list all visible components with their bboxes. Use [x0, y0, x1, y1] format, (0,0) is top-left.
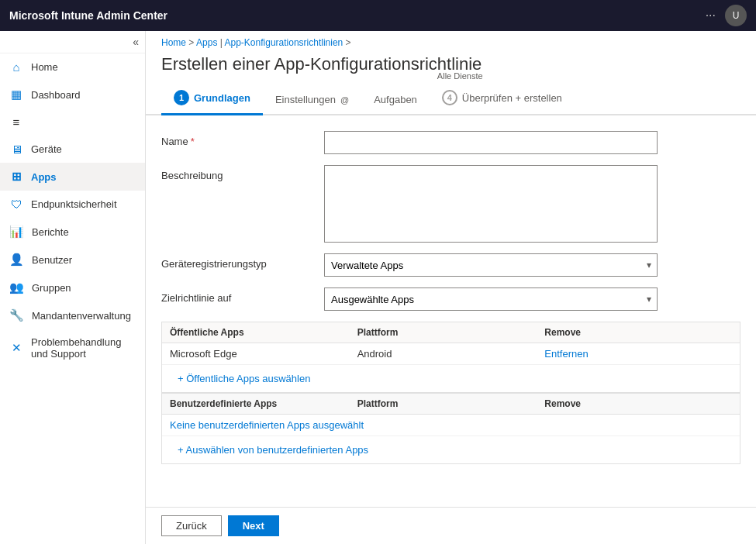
more-icon[interactable]: ···: [706, 9, 716, 22]
description-label: Beschreibung: [161, 165, 316, 181]
tab-aufgaben[interactable]: Aufgaben: [361, 88, 430, 115]
target-select[interactable]: Ausgewählte Apps: [324, 287, 658, 311]
collapse-button[interactable]: «: [133, 36, 139, 48]
public-apps-table: Öffentliche Apps Plattform Remove Micros…: [161, 322, 740, 464]
back-button[interactable]: Zurück: [161, 515, 222, 536]
public-apps-header: Öffentliche Apps Plattform Remove: [162, 322, 740, 343]
form-area: Name* Beschreibung Geräteregistrierungst…: [146, 131, 756, 322]
custom-apps-col3: Remove: [544, 398, 732, 409]
list-icon: ≡: [9, 115, 23, 129]
sidebar-item-apps[interactable]: ⊞ Apps: [0, 163, 145, 191]
sidebar-item-dashboard[interactable]: ▦ Dashboard: [0, 81, 145, 108]
device-reg-select[interactable]: Verwaltete Apps: [324, 253, 658, 277]
description-input[interactable]: [324, 165, 658, 243]
tab-ueberprufen[interactable]: Alle Dienste 4 Überprüfen + erstellen: [430, 84, 575, 115]
sidebar-label-reports: Berichte: [32, 226, 69, 238]
sidebar-label-troubleshoot: Problembehandlung und Support: [31, 336, 136, 360]
app-platform: Android: [357, 348, 545, 360]
remove-link[interactable]: Entfernen: [544, 348, 732, 360]
sidebar-item-tenant[interactable]: 🔧 Mandantenverwaltung: [0, 301, 145, 329]
tab-einstellungen[interactable]: Einstellungen @: [263, 88, 361, 115]
breadcrumb-sep1: >: [186, 37, 194, 48]
avatar[interactable]: U: [725, 5, 747, 26]
sidebar-label-tenant: Mandantenverwaltung: [32, 310, 131, 322]
sidebar-item-troubleshoot[interactable]: ✕ Problembehandlung und Support: [0, 329, 145, 367]
apps-icon: ⊞: [9, 170, 23, 184]
sidebar-item-devices[interactable]: 🖥 Geräte: [0, 136, 145, 163]
tenant-icon: 🔧: [9, 308, 24, 322]
bottom-bar: Zurück Next: [146, 507, 756, 544]
tab-grundlagen[interactable]: 1 Grundlagen: [161, 84, 263, 115]
device-reg-row: Geräteregistrierungstyp Verwaltete Apps …: [161, 253, 740, 277]
public-apps-col2: Plattform: [357, 327, 545, 338]
add-public-apps-link[interactable]: + Öffentliche Apps auswählen: [170, 368, 318, 389]
name-input[interactable]: [324, 131, 658, 154]
breadcrumb-apps[interactable]: Apps: [196, 37, 217, 48]
public-apps-col1: Öffentliche Apps: [170, 327, 357, 338]
custom-apps-col1: Benutzerdefinierte Apps: [170, 398, 357, 409]
custom-apps-col2: Plattform: [357, 398, 545, 409]
name-label: Name*: [161, 131, 316, 147]
name-row: Name*: [161, 131, 740, 154]
sidebar-item-home[interactable]: ⌂ Home: [0, 53, 145, 81]
tab2-label: Einstellungen: [275, 94, 336, 105]
sidebar-separator: ≡: [0, 108, 145, 136]
sidebar-label-endpoint: Endpunktsicherheit: [31, 198, 117, 210]
no-custom-apps-text: Keine benutzerdefinierten Apps ausgewähl…: [162, 415, 740, 436]
app-title: Microsoft Intune Admin Center: [9, 9, 167, 22]
sidebar-item-users[interactable]: 👤 Benutzer: [0, 246, 145, 274]
content-area: Home > Apps | App-Konfigurationsrichtlin…: [146, 31, 756, 544]
device-reg-select-wrapper: Verwaltete Apps ▾: [324, 253, 658, 277]
app-name: Microsoft Edge: [170, 348, 357, 360]
sidebar-label-dashboard: Dashboard: [31, 89, 81, 101]
sidebar: « ⌂ Home ▦ Dashboard ≡ 🖥 Geräte ⊞ Apps 🛡…: [0, 31, 146, 544]
wizard-tabs: 1 Grundlagen Einstellungen @ Aufgaben Al…: [146, 84, 756, 115]
tab4-label: Überprüfen + erstellen: [462, 92, 562, 104]
groups-icon: 👥: [9, 281, 24, 294]
main-layout: « ⌂ Home ▦ Dashboard ≡ 🖥 Geräte ⊞ Apps 🛡…: [0, 31, 756, 544]
breadcrumb-home[interactable]: Home: [161, 37, 186, 48]
description-row: Beschreibung: [161, 165, 740, 243]
reports-icon: 📊: [9, 225, 24, 239]
troubleshoot-icon: ✕: [9, 341, 23, 355]
sidebar-item-reports[interactable]: 📊 Berichte: [0, 218, 145, 246]
public-apps-col3: Remove: [544, 327, 732, 338]
sidebar-label-home: Home: [31, 61, 58, 73]
users-icon: 👤: [9, 253, 24, 267]
breadcrumb: Home > Apps | App-Konfigurationsrichtlin…: [146, 31, 756, 51]
tab1-label: Grundlagen: [194, 92, 250, 104]
target-select-wrapper: Ausgewählte Apps ▾: [324, 287, 658, 311]
topbar: Microsoft Intune Admin Center ··· U: [0, 0, 756, 31]
sidebar-collapse: «: [0, 31, 145, 53]
home-icon: ⌂: [9, 60, 23, 74]
sidebar-item-endpoint[interactable]: 🛡 Endpunktsicherheit: [0, 191, 145, 218]
sidebar-label-apps: Apps: [31, 171, 57, 183]
device-reg-label: Geräteregistrierungstyp: [161, 253, 316, 270]
tab4-num: 4: [442, 90, 457, 105]
settings-icon: @: [340, 95, 349, 105]
sidebar-label-devices: Geräte: [31, 143, 62, 155]
devices-icon: 🖥: [9, 143, 23, 156]
custom-apps-header: Benutzerdefinierte Apps Plattform Remove: [162, 393, 740, 415]
tab-subtitle: Alle Dienste: [437, 71, 483, 81]
add-custom-apps-link[interactable]: + Auswählen von benutzerdefinierten Apps: [170, 439, 376, 460]
table-row: Microsoft Edge Android Entfernen: [162, 343, 740, 365]
target-row: Zielrichtlinie auf Ausgewählte Apps ▾: [161, 287, 740, 311]
sidebar-item-groups[interactable]: 👥 Gruppen: [0, 274, 145, 301]
endpoint-icon: 🛡: [9, 198, 23, 211]
sidebar-label-groups: Gruppen: [32, 282, 71, 294]
tab3-label: Aufgaben: [374, 94, 417, 105]
next-button[interactable]: Next: [228, 515, 279, 536]
dashboard-icon: ▦: [9, 88, 23, 102]
topbar-actions: ··· U: [706, 5, 747, 26]
tab1-num: 1: [174, 90, 189, 105]
spacer: [146, 472, 756, 507]
breadcrumb-policies[interactable]: App-Konfigurationsrichtlinien: [225, 37, 343, 48]
sidebar-label-users: Benutzer: [32, 254, 72, 266]
target-label: Zielrichtlinie auf: [161, 287, 316, 304]
